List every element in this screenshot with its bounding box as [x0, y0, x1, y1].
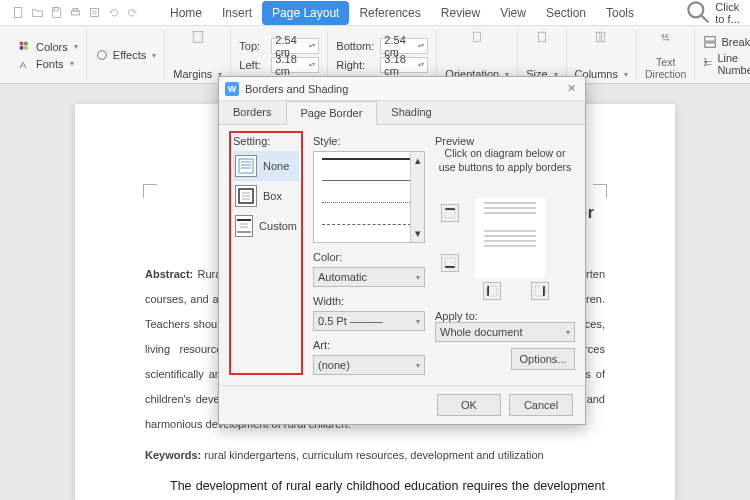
search-icon: [685, 0, 712, 26]
orientation-button[interactable]: Orientation▾: [437, 30, 518, 80]
margin-bottom-input[interactable]: 2.54 cm▴▾: [380, 38, 428, 54]
tab-view[interactable]: View: [490, 1, 536, 25]
effects-icon: [95, 48, 109, 62]
svg-line-1: [701, 16, 708, 23]
tab-tools[interactable]: Tools: [596, 1, 644, 25]
search-box[interactable]: Click to f...: [685, 0, 740, 26]
tab-review[interactable]: Review: [431, 1, 490, 25]
border-left-button[interactable]: [483, 282, 501, 300]
svg-text:2: 2: [704, 59, 708, 66]
undo-icon[interactable]: [107, 6, 120, 19]
dialog-tabs: Borders Page Border Shading: [219, 101, 585, 125]
svg-text:IIA: IIA: [661, 33, 668, 39]
svg-point-13: [97, 51, 106, 60]
apply-to-combo[interactable]: Whole document▾: [435, 322, 575, 342]
tab-page-layout[interactable]: Page Layout: [262, 1, 349, 25]
body-para: The development of rural early childhood…: [145, 474, 605, 500]
breaks-button[interactable]: Breaks▾: [703, 35, 750, 49]
border-bottom-button[interactable]: [441, 254, 459, 272]
margin-bottom-label: Bottom:: [336, 40, 376, 52]
new-icon[interactable]: [12, 6, 25, 19]
quick-access-toolbar: [4, 2, 147, 22]
dialog-tab-shading[interactable]: Shading: [377, 101, 445, 124]
dialog-tab-borders[interactable]: Borders: [219, 101, 286, 124]
svg-rect-22: [705, 42, 716, 46]
width-combo[interactable]: 0.5 Pt ———▾: [313, 311, 425, 331]
dialog-titlebar[interactable]: W Borders and Shading ✕: [219, 77, 585, 101]
redo-icon[interactable]: [126, 6, 139, 19]
tab-home[interactable]: Home: [160, 1, 212, 25]
setting-custom[interactable]: Custom: [233, 211, 299, 241]
margin-left-label: Left:: [239, 59, 267, 71]
svg-rect-6: [90, 8, 98, 16]
tab-section[interactable]: Section: [536, 1, 596, 25]
orientation-icon: [470, 30, 484, 44]
columns-button[interactable]: Columns▾: [567, 30, 637, 80]
svg-point-7: [93, 10, 96, 13]
setting-group: Setting: None Box Custom: [229, 131, 303, 375]
style-listbox[interactable]: ▴▾: [313, 151, 425, 243]
svg-rect-10: [20, 46, 24, 50]
svg-rect-9: [24, 41, 28, 45]
art-label: Art:: [313, 339, 425, 351]
preview-hint: Click on diagram below or use buttons to…: [435, 147, 575, 174]
setting-none[interactable]: None: [233, 151, 299, 181]
print-icon[interactable]: [69, 6, 82, 19]
cancel-button[interactable]: Cancel: [509, 394, 573, 416]
svg-rect-19: [602, 32, 605, 42]
art-combo[interactable]: (none)▾: [313, 355, 425, 375]
width-label: Width:: [313, 295, 425, 307]
close-button[interactable]: ✕: [563, 81, 579, 97]
svg-rect-5: [73, 8, 78, 10]
dialog-title: Borders and Shading: [245, 83, 348, 95]
dialog-tab-page-border[interactable]: Page Border: [286, 101, 378, 125]
text-direction-icon: IIA: [659, 30, 673, 44]
none-icon: [238, 158, 254, 174]
box-icon: [238, 188, 254, 204]
size-button[interactable]: Size▾: [518, 30, 566, 80]
color-combo[interactable]: Automatic▾: [313, 267, 425, 287]
svg-rect-21: [705, 36, 716, 40]
crop-mark: [593, 184, 607, 198]
margin-top-input[interactable]: 2.54 cm▴▾: [271, 38, 319, 54]
tab-references[interactable]: References: [349, 1, 430, 25]
border-top-icon: [444, 207, 456, 219]
keywords-para: Keywords: rural kindergartens, curriculu…: [145, 443, 605, 468]
margin-right-input[interactable]: 3.18 cm▴▾: [380, 57, 428, 73]
border-right-icon: [534, 285, 546, 297]
size-icon: [535, 30, 549, 44]
border-right-button[interactable]: [531, 282, 549, 300]
svg-rect-15: [195, 33, 201, 41]
print-preview-icon[interactable]: [88, 6, 101, 19]
theme-fonts-button[interactable]: AFonts▾: [18, 57, 78, 71]
options-button[interactable]: Options...: [511, 348, 575, 370]
margins-icon: [191, 30, 205, 44]
margin-left-input[interactable]: 3.18 cm▴▾: [271, 57, 319, 73]
columns-icon: [594, 30, 608, 44]
svg-rect-2: [14, 7, 21, 17]
effects-button[interactable]: Effects▾: [95, 48, 156, 62]
svg-rect-18: [597, 32, 600, 42]
line-numbers-button[interactable]: 12Line Numbers▾: [703, 52, 750, 76]
text-direction-button[interactable]: IIA Text Direction: [637, 30, 695, 80]
setting-box[interactable]: Box: [233, 181, 299, 211]
scrollbar[interactable]: ▴▾: [410, 152, 424, 242]
preview-label: Preview: [435, 135, 575, 147]
wps-icon: W: [225, 82, 239, 96]
svg-point-0: [688, 3, 703, 18]
style-label: Style:: [313, 135, 425, 147]
margins-button[interactable]: Margins▾: [165, 30, 231, 80]
svg-rect-3: [54, 7, 58, 10]
tab-insert[interactable]: Insert: [212, 1, 262, 25]
svg-text:A: A: [20, 58, 27, 69]
ok-button[interactable]: OK: [437, 394, 501, 416]
setting-label: Setting:: [233, 135, 299, 147]
save-icon[interactable]: [50, 6, 63, 19]
font-icon: A: [18, 57, 32, 71]
open-icon[interactable]: [31, 6, 44, 19]
palette-icon: [18, 40, 32, 54]
preview-diagram[interactable]: [435, 180, 575, 300]
theme-colors-button[interactable]: Colors▾: [18, 40, 78, 54]
line-numbers-icon: 12: [703, 57, 713, 71]
border-top-button[interactable]: [441, 204, 459, 222]
